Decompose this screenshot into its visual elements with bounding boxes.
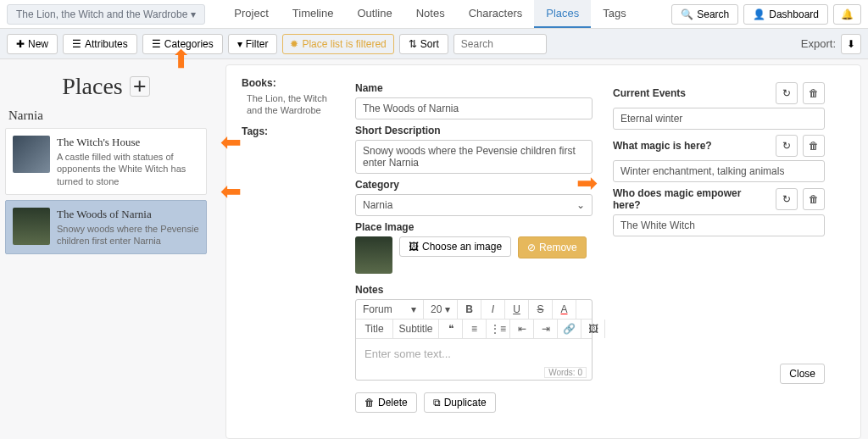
user-icon: 👤 (753, 8, 765, 20)
book-name[interactable]: The Lion, the Witch and the Wardrobe (247, 92, 335, 117)
main-nav: Project Timeline Outline Notes Character… (222, 0, 637, 28)
font-size-select[interactable]: 20▾ (424, 300, 458, 319)
close-button[interactable]: Close (780, 364, 825, 384)
strike-button[interactable]: S (529, 300, 553, 319)
chevron-down-icon: ⌄ (576, 199, 585, 211)
name-label: Name (355, 82, 593, 94)
dashboard-button[interactable]: 👤 Dashboard (743, 4, 828, 25)
attributes-button[interactable]: ☰ Attributes (63, 34, 137, 54)
attr-field[interactable]: Eternal winter (613, 108, 825, 130)
notes-editor: Forum▾ 20▾ B I U S A Title Subtitle ❝ ≡ … (355, 299, 593, 381)
ol-button[interactable]: ≡ (463, 320, 487, 338)
font-family-select[interactable]: Forum▾ (356, 300, 424, 319)
place-card[interactable]: The Witch's House A castle filled with s… (5, 128, 207, 195)
arrow-annotation: ➡ (165, 48, 195, 69)
export-button[interactable]: ⬇ (841, 34, 861, 54)
place-thumbnail (13, 208, 50, 245)
edit-attr-button[interactable]: ↻ (776, 82, 798, 104)
attr-field[interactable]: The White Witch (613, 214, 825, 236)
filter-warning[interactable]: ✹ Place list is filtered (282, 34, 393, 54)
quote-button[interactable]: ❝ (439, 320, 463, 338)
category-label: Category (355, 179, 593, 191)
bold-button[interactable]: B (458, 300, 481, 319)
list-icon: ☰ (72, 38, 81, 50)
edit-attr-button[interactable]: ↻ (776, 188, 798, 210)
plus-icon: ✚ (16, 38, 25, 50)
nav-characters[interactable]: Characters (457, 0, 535, 28)
shortdesc-field[interactable]: Snowy woods where the Pevensie children … (355, 140, 593, 174)
search-button[interactable]: 🔍 Search (671, 4, 738, 25)
outdent-button[interactable]: ⇤ (510, 320, 534, 338)
tags-label: Tags: (242, 125, 335, 137)
attr-field[interactable]: Winter enchantment, talking animals (613, 160, 825, 182)
export-label: Export: (801, 37, 836, 50)
warning-icon: ✹ (290, 38, 298, 50)
search-icon: 🔍 (681, 8, 693, 20)
project-name: The Lion, the Witch and the Wardrobe (16, 8, 187, 20)
notifications-button[interactable]: 🔔 (833, 4, 861, 25)
edit-attr-button[interactable]: ↻ (776, 135, 798, 157)
sort-icon: ⇅ (409, 38, 417, 50)
search-input[interactable] (453, 34, 547, 54)
place-card[interactable]: The Woods of Narnia Snowy woods where th… (5, 200, 207, 255)
link-button[interactable]: 🔗 (558, 320, 581, 338)
image-preview (355, 236, 392, 274)
filter-icon: ▾ (237, 38, 242, 50)
trash-icon: 🗑 (364, 397, 375, 408)
page-title: Places + (5, 73, 207, 100)
arrow-annotation: ➡ (220, 129, 242, 158)
word-count: Words: 0 (544, 367, 587, 378)
nav-notes[interactable]: Notes (404, 0, 457, 28)
new-button[interactable]: ✚ New (7, 34, 58, 54)
sort-button[interactable]: ⇅ Sort (399, 34, 448, 54)
nav-project[interactable]: Project (222, 0, 280, 28)
nav-places[interactable]: Places (534, 0, 591, 28)
filter-button[interactable]: ▾ Filter (228, 34, 278, 54)
image-label: Place Image (355, 221, 593, 233)
arrow-annotation: ➡ (220, 178, 242, 208)
place-title: The Woods of Narnia (57, 208, 199, 221)
shortdesc-label: Short Description (355, 125, 593, 136)
notes-textarea[interactable]: Enter some text... Words: 0 (356, 339, 592, 380)
bell-icon: 🔔 (841, 8, 854, 20)
place-thumbnail (13, 136, 50, 173)
italic-button[interactable]: I (481, 300, 505, 319)
chevron-down-icon: ▾ (191, 8, 196, 20)
ul-button[interactable]: ⋮≡ (487, 320, 510, 338)
indent-button[interactable]: ⇥ (534, 320, 558, 338)
add-place-button[interactable]: + (130, 76, 150, 97)
nav-tags[interactable]: Tags (591, 0, 637, 28)
delete-attr-button[interactable]: 🗑 (803, 135, 825, 157)
category-select[interactable]: Narnia ⌄ (355, 194, 593, 216)
insert-image-button[interactable]: 🖼 (581, 320, 605, 338)
image-icon: 🖼 (409, 241, 419, 253)
place-desc: A castle filled with statues of opponent… (57, 151, 199, 187)
arrow-annotation: ➡ (576, 168, 598, 197)
delete-attr-button[interactable]: 🗑 (803, 188, 825, 210)
place-desc: Snowy woods where the Pevensie children … (57, 223, 199, 247)
remove-image-button[interactable]: ⊘ Remove (518, 236, 587, 258)
attr-label: Current Events (613, 87, 771, 99)
copy-icon: ⧉ (433, 397, 441, 408)
delete-attr-button[interactable]: 🗑 (803, 82, 825, 104)
project-dropdown[interactable]: The Lion, the Witch and the Wardrobe ▾ (7, 4, 205, 25)
nav-outline[interactable]: Outline (345, 0, 403, 28)
duplicate-button[interactable]: ⧉ Duplicate (424, 392, 496, 413)
delete-button[interactable]: 🗑 Delete (355, 392, 417, 413)
textcolor-button[interactable]: A (553, 300, 576, 319)
name-field[interactable]: The Woods of Narnia (355, 97, 593, 119)
category-heading: Narnia (8, 108, 207, 123)
nav-timeline[interactable]: Timeline (281, 0, 346, 28)
books-label: Books: (242, 77, 335, 89)
attr-label: What magic is here? (613, 140, 771, 152)
title-button[interactable]: Title (356, 320, 393, 338)
notes-label: Notes (355, 284, 593, 296)
place-title: The Witch's House (57, 136, 199, 149)
choose-image-button[interactable]: 🖼 Choose an image (399, 236, 511, 257)
download-icon: ⬇ (847, 38, 855, 50)
subtitle-button[interactable]: Subtitle (393, 320, 439, 338)
underline-button[interactable]: U (505, 300, 529, 319)
attr-label: Who does magic empower here? (613, 187, 771, 211)
list-icon: ☰ (152, 38, 161, 50)
ban-icon: ⊘ (527, 242, 536, 253)
